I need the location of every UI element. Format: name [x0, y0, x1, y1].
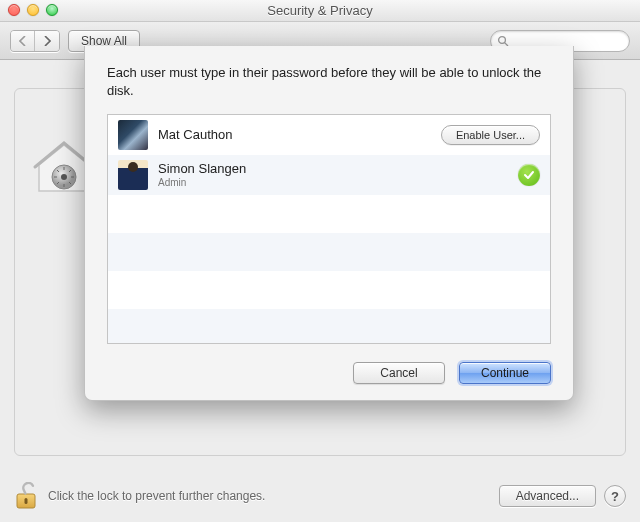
avatar	[118, 120, 148, 150]
user-row[interactable]: Simon Slangen Admin	[108, 155, 550, 195]
minimize-window-button[interactable]	[27, 4, 39, 16]
empty-row	[108, 271, 550, 309]
window-controls	[8, 4, 58, 16]
empty-row	[108, 195, 550, 233]
user-row[interactable]: Mat Cauthon Enable User...	[108, 115, 550, 155]
titlebar: Security & Privacy	[0, 0, 640, 22]
enable-users-sheet: Each user must type in their password be…	[84, 46, 574, 401]
nav-back-forward	[10, 30, 60, 52]
empty-row	[108, 309, 550, 344]
user-name: Mat Cauthon	[158, 128, 431, 143]
svg-line-1	[505, 42, 508, 45]
sheet-message: Each user must type in their password be…	[107, 64, 551, 100]
unlocked-lock-icon[interactable]	[14, 482, 38, 510]
user-name: Simon Slangen	[158, 162, 508, 177]
chevron-right-icon	[43, 36, 51, 46]
back-button[interactable]	[11, 31, 35, 51]
svg-point-3	[61, 174, 67, 180]
user-subtitle: Admin	[158, 177, 508, 189]
continue-button[interactable]: Continue	[459, 362, 551, 384]
sheet-actions: Cancel Continue	[107, 362, 551, 384]
zoom-window-button[interactable]	[46, 4, 58, 16]
enabled-check-icon	[518, 164, 540, 186]
footer: Click the lock to prevent further change…	[0, 470, 640, 522]
search-icon	[497, 35, 509, 47]
avatar	[118, 160, 148, 190]
svg-point-0	[499, 36, 506, 43]
svg-rect-13	[25, 498, 28, 504]
enable-user-button[interactable]: Enable User...	[441, 125, 540, 145]
window-title: Security & Privacy	[267, 3, 372, 18]
lock-hint-text: Click the lock to prevent further change…	[48, 489, 265, 503]
chevron-left-icon	[19, 36, 27, 46]
empty-row	[108, 233, 550, 271]
close-window-button[interactable]	[8, 4, 20, 16]
help-button[interactable]: ?	[604, 485, 626, 507]
cancel-button[interactable]: Cancel	[353, 362, 445, 384]
forward-button[interactable]	[35, 31, 59, 51]
user-list: Mat Cauthon Enable User... Simon Slangen…	[107, 114, 551, 344]
advanced-button[interactable]: Advanced...	[499, 485, 596, 507]
